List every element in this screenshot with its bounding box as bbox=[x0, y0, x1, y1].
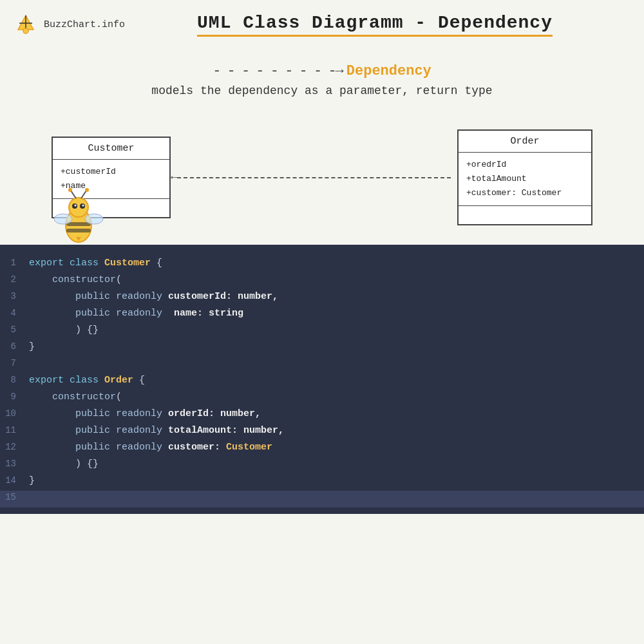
line-number-14: 14 bbox=[0, 475, 29, 486]
line-content-9: constructor( bbox=[29, 392, 122, 402]
code-line-3: 3 public readonly customerId: number, bbox=[0, 290, 644, 307]
line-content-15 bbox=[29, 492, 35, 503]
line-content-12: public readonly customer: Customer bbox=[29, 442, 272, 453]
line-content-7 bbox=[29, 358, 35, 369]
customer-class-name: Customer bbox=[53, 138, 169, 160]
line-content-13: ) {} bbox=[29, 459, 99, 469]
line-number-2: 2 bbox=[0, 274, 29, 285]
dependency-label: Dependency bbox=[346, 63, 431, 79]
line-number-6: 6 bbox=[0, 341, 29, 352]
svg-point-17 bbox=[85, 214, 103, 224]
page-title: UML Class Diagramm - Dependency bbox=[197, 13, 553, 37]
svg-point-15 bbox=[85, 188, 89, 192]
order-attributes: +oredrId+totalAmount+customer: Customer bbox=[459, 153, 591, 206]
svg-point-7 bbox=[69, 198, 88, 217]
line-number-8: 8 bbox=[0, 375, 29, 385]
line-content-14: } bbox=[29, 475, 35, 486]
line-content-1: export class Customer { bbox=[29, 258, 162, 269]
svg-line-14 bbox=[81, 191, 86, 198]
svg-rect-6 bbox=[66, 229, 91, 232]
code-line-15: 15 bbox=[0, 491, 644, 507]
line-number-12: 12 bbox=[0, 442, 29, 452]
order-class: Order +oredrId+totalAmount+customer: Cus… bbox=[457, 129, 592, 225]
code-line-9: 9 constructor( bbox=[0, 390, 644, 407]
line-number-15: 15 bbox=[0, 492, 29, 502]
logo-area: BuzzChart.info bbox=[13, 12, 125, 37]
arrow-left-icon: ← bbox=[171, 170, 178, 185]
dependency-arrow: - - - - - - - - - → Dependency bbox=[213, 63, 431, 79]
line-number-9: 9 bbox=[0, 392, 29, 402]
svg-line-12 bbox=[71, 191, 76, 198]
dash-line: - - - - - - - - - bbox=[213, 63, 335, 79]
code-line-12: 12 public readonly customer: Customer bbox=[0, 440, 644, 457]
arrow-head: → bbox=[336, 63, 344, 79]
header: BuzzChart.info UML Class Diagramm - Depe… bbox=[0, 0, 644, 44]
logo-text: BuzzChart.info bbox=[44, 19, 125, 30]
line-number-7: 7 bbox=[0, 358, 29, 368]
code-line-13: 13 ) {} bbox=[0, 457, 644, 474]
line-content-11: public readonly totalAmount: number, bbox=[29, 425, 284, 436]
code-line-11: 11 public readonly totalAmount: number, bbox=[0, 424, 644, 440]
dashed-line bbox=[177, 177, 451, 178]
svg-point-10 bbox=[75, 205, 77, 207]
code-wrapper: 1 export class Customer { 2 constructor(… bbox=[0, 245, 644, 514]
code-line-14: 14 } bbox=[0, 474, 644, 491]
code-line-5: 5 ) {} bbox=[0, 323, 644, 340]
code-line-2: 2 constructor( bbox=[0, 273, 644, 290]
line-number-3: 3 bbox=[0, 291, 29, 301]
buzzchart-logo-icon bbox=[13, 12, 39, 37]
code-line-10: 10 public readonly orderId: number, bbox=[0, 407, 644, 424]
line-content-8: export class Order { bbox=[29, 375, 145, 386]
order-methods bbox=[459, 206, 591, 224]
svg-point-11 bbox=[82, 205, 84, 207]
legend-area: - - - - - - - - - → Dependency models th… bbox=[0, 44, 644, 107]
line-content-5: ) {} bbox=[29, 325, 99, 336]
line-number-4: 4 bbox=[0, 308, 29, 318]
line-number-5: 5 bbox=[0, 325, 29, 335]
code-line-1: 1 export class Customer { bbox=[0, 256, 644, 273]
line-number-13: 13 bbox=[0, 459, 29, 469]
line-number-1: 1 bbox=[0, 258, 29, 268]
svg-point-3 bbox=[23, 28, 28, 33]
description: models the dependency as a parameter, re… bbox=[0, 84, 644, 97]
svg-point-16 bbox=[54, 214, 72, 224]
title-area: UML Class Diagramm - Dependency bbox=[125, 13, 625, 37]
code-line-4: 4 public readonly name: string bbox=[0, 307, 644, 323]
svg-point-13 bbox=[68, 188, 72, 192]
line-number-10: 10 bbox=[0, 408, 29, 419]
code-section: 1 export class Customer { 2 constructor(… bbox=[0, 245, 644, 514]
line-content-2: constructor( bbox=[29, 274, 122, 285]
code-line-8: 8 export class Order { bbox=[0, 374, 644, 390]
line-content-4: public readonly name: string bbox=[29, 308, 243, 319]
line-content-6: } bbox=[29, 341, 35, 352]
line-content-10: public readonly orderId: number, bbox=[29, 408, 261, 419]
line-number-11: 11 bbox=[0, 425, 29, 435]
dependency-arrow-connector: ← bbox=[171, 177, 457, 178]
svg-rect-5 bbox=[66, 222, 91, 226]
code-container: 1 export class Customer { 2 constructor(… bbox=[0, 245, 644, 514]
line-content-3: public readonly customerId: number, bbox=[29, 291, 278, 302]
code-line-7: 7 bbox=[0, 357, 644, 374]
order-class-name: Order bbox=[459, 131, 591, 153]
code-line-6: 6 } bbox=[0, 340, 644, 357]
bee-mascot-icon bbox=[52, 187, 106, 248]
